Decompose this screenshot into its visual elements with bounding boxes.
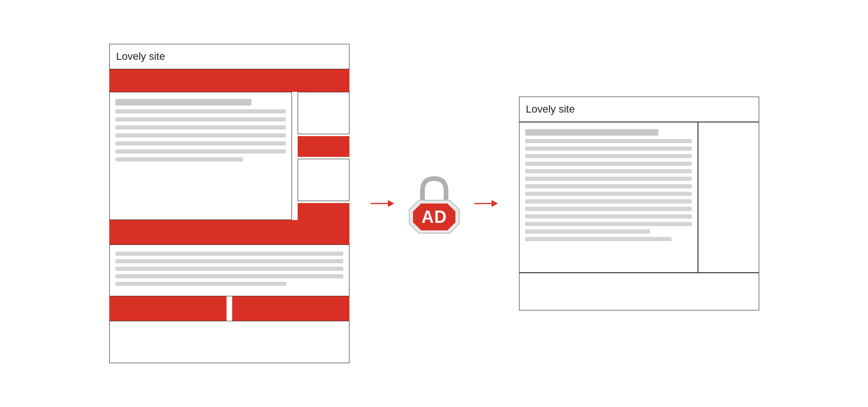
- right-line-10: [525, 207, 692, 211]
- right-line-3: [525, 154, 692, 158]
- right-line-11: [525, 214, 692, 219]
- ad-lock-badge: AD: [401, 173, 467, 234]
- right-site-mockup: Lovely site: [505, 87, 773, 320]
- left-site-mockup: Lovely site: [95, 34, 364, 373]
- right-line-1: [525, 139, 692, 143]
- left-ad-button-1: [109, 296, 227, 321]
- right-line-2: [525, 147, 692, 151]
- text-line-4: [115, 274, 343, 278]
- sidebar-ad-red-1: [298, 136, 349, 157]
- left-site-title-bar: Lovely site: [109, 44, 349, 69]
- content-line-2: [115, 117, 286, 122]
- sidebar-ad-box-2: [298, 159, 349, 201]
- svg-marker-1: [388, 200, 394, 207]
- main-container: Lovely site: [0, 0, 868, 407]
- ad-lock-icon: AD: [408, 173, 460, 234]
- right-sidebar: [698, 122, 759, 273]
- arrow-2-icon: [474, 196, 498, 211]
- right-line-6: [525, 177, 692, 181]
- text-line-2: [115, 259, 343, 263]
- right-line-5: [525, 169, 692, 173]
- right-bottom-box: [519, 273, 759, 310]
- content-line-5: [115, 141, 286, 146]
- text-line-5: [115, 282, 286, 286]
- right-line-9: [525, 199, 692, 204]
- right-line-8: [525, 192, 692, 196]
- text-line-1: [115, 252, 343, 256]
- left-bottom-box: [109, 321, 349, 363]
- content-line-7: [115, 157, 243, 162]
- sidebar-ad-red-2: [298, 203, 349, 220]
- left-top-banner-ad: [109, 69, 349, 92]
- left-mid-banner-ad: [109, 220, 349, 244]
- right-content-area: [519, 122, 759, 273]
- left-ad-button-2: [232, 296, 349, 321]
- right-line-7: [525, 184, 692, 188]
- right-line-4: [525, 162, 692, 166]
- left-main-content: [109, 92, 292, 220]
- left-two-ads-row: [109, 296, 349, 321]
- right-content-title: [525, 129, 658, 136]
- text-line-3: [115, 267, 343, 271]
- right-line-13: [525, 229, 650, 234]
- left-content-row: [109, 92, 349, 220]
- content-title-bar: [115, 99, 252, 106]
- content-line-3: [115, 125, 286, 130]
- right-site-title-bar: Lovely site: [519, 97, 759, 122]
- left-text-content: [109, 244, 349, 296]
- right-main-content: [519, 122, 698, 273]
- right-line-14: [525, 237, 672, 241]
- arrow-2-container: [467, 196, 505, 211]
- content-line-4: [115, 133, 286, 138]
- svg-marker-6: [491, 200, 497, 207]
- arrow-1-icon: [371, 196, 394, 211]
- arrow-1-container: [364, 196, 401, 211]
- content-line-6: [115, 149, 286, 154]
- right-site-title: Lovely site: [526, 103, 575, 115]
- content-line-1: [115, 109, 286, 114]
- svg-text:AD: AD: [422, 207, 447, 227]
- right-line-12: [525, 222, 692, 226]
- left-sidebar: [298, 92, 349, 220]
- left-site-title: Lovely site: [116, 50, 165, 63]
- sidebar-ad-box-1: [298, 92, 349, 134]
